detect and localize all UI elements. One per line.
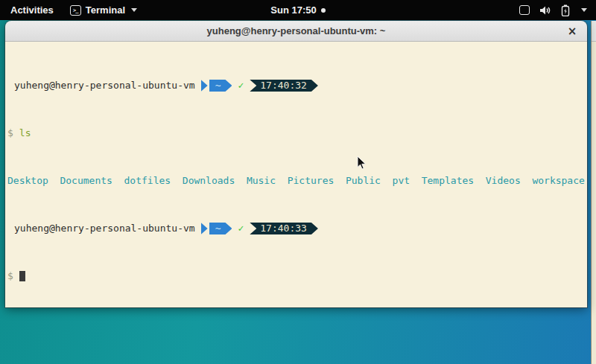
chevron-down-icon [581, 8, 587, 12]
app-menu-label: Terminal [86, 4, 125, 16]
terminal-app-icon: >_ [70, 5, 81, 16]
prompt-user-host: yuheng@henry-personal-ubuntu-vm [14, 223, 195, 234]
terminal-cursor [19, 271, 25, 281]
activities-button[interactable]: Activities [7, 3, 57, 17]
prompt-symbol: $ [7, 270, 19, 282]
prompt-cwd-segment: ~ [209, 80, 232, 92]
chevron-down-icon [131, 8, 137, 12]
prompt-time-segment: 17:40:32 [250, 80, 318, 92]
mouse-cursor-icon [357, 156, 367, 173]
powerline-arrow-icon [201, 80, 208, 92]
status-check-icon: ✓ [232, 80, 248, 92]
clock[interactable]: Sun 17:50 [270, 4, 316, 16]
prompt-cwd-segment: ~ [209, 223, 232, 234]
battery-charging-icon [561, 4, 570, 16]
terminal-content[interactable]: yuheng@henry-personal-ubuntu-vm ~ ✓ 17:4… [5, 42, 587, 307]
terminal-window: yuheng@henry-personal-ubuntu-vm: ~ × yuh… [5, 21, 587, 307]
gnome-top-bar: Activities >_ Terminal Sun 17:50 [0, 0, 596, 20]
prompt-time-segment: 17:40:33 [250, 223, 318, 234]
ls-output-line: Desktop Documents dotfiles Downloads Mus… [7, 175, 587, 187]
prompt-user-host: yuheng@henry-personal-ubuntu-vm [14, 80, 195, 92]
window-titlebar[interactable]: yuheng@henry-personal-ubuntu-vm: ~ × [5, 21, 587, 42]
command-line: $ls [7, 127, 587, 139]
notification-dot-icon [321, 8, 326, 13]
command-text: ls [19, 127, 31, 139]
powerline-arrow-icon [201, 223, 208, 234]
status-check-icon: ✓ [232, 223, 248, 234]
prompt-line-2: yuheng@henry-personal-ubuntu-vm ~ ✓ 17:4… [7, 223, 587, 234]
ls-output: Desktop Documents dotfiles Downloads Mus… [7, 175, 585, 187]
window-title: yuheng@henry-personal-ubuntu-vm: ~ [207, 25, 386, 36]
prompt-line-1: yuheng@henry-personal-ubuntu-vm ~ ✓ 17:4… [7, 80, 587, 92]
prompt-symbol: $ [7, 127, 19, 139]
close-icon[interactable]: × [563, 22, 581, 40]
app-menu-terminal[interactable]: >_ Terminal [70, 4, 137, 16]
input-line: $ [7, 270, 587, 282]
screen-icon [519, 5, 530, 15]
system-status-area[interactable] [519, 4, 596, 16]
background-window-titlebar-edge [592, 21, 596, 42]
background-window-edge [591, 21, 596, 364]
volume-icon [539, 5, 551, 16]
